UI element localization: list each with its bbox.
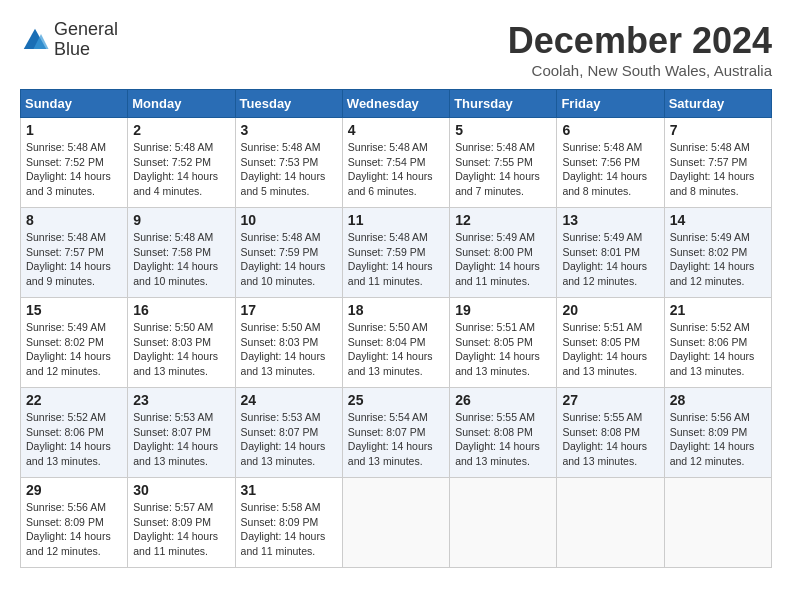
day-of-week-header: Monday — [128, 90, 235, 118]
day-info: Sunrise: 5:48 AMSunset: 7:59 PMDaylight:… — [348, 230, 444, 289]
day-number: 8 — [26, 212, 122, 228]
day-info: Sunrise: 5:48 AMSunset: 7:56 PMDaylight:… — [562, 140, 658, 199]
day-number: 26 — [455, 392, 551, 408]
day-info: Sunrise: 5:49 AMSunset: 8:00 PMDaylight:… — [455, 230, 551, 289]
day-info: Sunrise: 5:49 AMSunset: 8:02 PMDaylight:… — [26, 320, 122, 379]
calendar-cell: 4Sunrise: 5:48 AMSunset: 7:54 PMDaylight… — [342, 118, 449, 208]
day-of-week-header: Saturday — [664, 90, 771, 118]
calendar-week-row: 22Sunrise: 5:52 AMSunset: 8:06 PMDayligh… — [21, 388, 772, 478]
calendar-cell: 5Sunrise: 5:48 AMSunset: 7:55 PMDaylight… — [450, 118, 557, 208]
day-info: Sunrise: 5:52 AMSunset: 8:06 PMDaylight:… — [26, 410, 122, 469]
calendar-cell: 8Sunrise: 5:48 AMSunset: 7:57 PMDaylight… — [21, 208, 128, 298]
day-number: 22 — [26, 392, 122, 408]
day-info: Sunrise: 5:49 AMSunset: 8:01 PMDaylight:… — [562, 230, 658, 289]
calendar-cell: 17Sunrise: 5:50 AMSunset: 8:03 PMDayligh… — [235, 298, 342, 388]
day-of-week-header: Sunday — [21, 90, 128, 118]
day-info: Sunrise: 5:48 AMSunset: 7:52 PMDaylight:… — [133, 140, 229, 199]
day-number: 18 — [348, 302, 444, 318]
day-info: Sunrise: 5:48 AMSunset: 7:59 PMDaylight:… — [241, 230, 337, 289]
day-info: Sunrise: 5:55 AMSunset: 8:08 PMDaylight:… — [562, 410, 658, 469]
calendar-cell: 11Sunrise: 5:48 AMSunset: 7:59 PMDayligh… — [342, 208, 449, 298]
day-info: Sunrise: 5:50 AMSunset: 8:03 PMDaylight:… — [133, 320, 229, 379]
day-info: Sunrise: 5:48 AMSunset: 7:55 PMDaylight:… — [455, 140, 551, 199]
calendar: SundayMondayTuesdayWednesdayThursdayFrid… — [20, 89, 772, 568]
day-info: Sunrise: 5:51 AMSunset: 8:05 PMDaylight:… — [562, 320, 658, 379]
day-number: 19 — [455, 302, 551, 318]
day-number: 10 — [241, 212, 337, 228]
day-of-week-header: Thursday — [450, 90, 557, 118]
day-number: 14 — [670, 212, 766, 228]
day-info: Sunrise: 5:54 AMSunset: 8:07 PMDaylight:… — [348, 410, 444, 469]
day-number: 29 — [26, 482, 122, 498]
day-info: Sunrise: 5:48 AMSunset: 7:57 PMDaylight:… — [26, 230, 122, 289]
day-info: Sunrise: 5:50 AMSunset: 8:04 PMDaylight:… — [348, 320, 444, 379]
day-number: 21 — [670, 302, 766, 318]
calendar-cell: 20Sunrise: 5:51 AMSunset: 8:05 PMDayligh… — [557, 298, 664, 388]
day-info: Sunrise: 5:58 AMSunset: 8:09 PMDaylight:… — [241, 500, 337, 559]
calendar-cell: 15Sunrise: 5:49 AMSunset: 8:02 PMDayligh… — [21, 298, 128, 388]
day-info: Sunrise: 5:48 AMSunset: 7:54 PMDaylight:… — [348, 140, 444, 199]
month-title: December 2024 — [508, 20, 772, 62]
day-number: 31 — [241, 482, 337, 498]
day-info: Sunrise: 5:55 AMSunset: 8:08 PMDaylight:… — [455, 410, 551, 469]
calendar-cell: 25Sunrise: 5:54 AMSunset: 8:07 PMDayligh… — [342, 388, 449, 478]
calendar-cell: 2Sunrise: 5:48 AMSunset: 7:52 PMDaylight… — [128, 118, 235, 208]
calendar-cell: 16Sunrise: 5:50 AMSunset: 8:03 PMDayligh… — [128, 298, 235, 388]
day-number: 11 — [348, 212, 444, 228]
day-info: Sunrise: 5:50 AMSunset: 8:03 PMDaylight:… — [241, 320, 337, 379]
day-number: 12 — [455, 212, 551, 228]
day-number: 27 — [562, 392, 658, 408]
day-number: 28 — [670, 392, 766, 408]
calendar-cell: 22Sunrise: 5:52 AMSunset: 8:06 PMDayligh… — [21, 388, 128, 478]
day-number: 6 — [562, 122, 658, 138]
day-number: 24 — [241, 392, 337, 408]
day-number: 23 — [133, 392, 229, 408]
calendar-cell: 10Sunrise: 5:48 AMSunset: 7:59 PMDayligh… — [235, 208, 342, 298]
day-number: 7 — [670, 122, 766, 138]
calendar-cell: 6Sunrise: 5:48 AMSunset: 7:56 PMDaylight… — [557, 118, 664, 208]
calendar-cell: 9Sunrise: 5:48 AMSunset: 7:58 PMDaylight… — [128, 208, 235, 298]
calendar-cell: 19Sunrise: 5:51 AMSunset: 8:05 PMDayligh… — [450, 298, 557, 388]
day-info: Sunrise: 5:49 AMSunset: 8:02 PMDaylight:… — [670, 230, 766, 289]
day-number: 3 — [241, 122, 337, 138]
day-number: 2 — [133, 122, 229, 138]
calendar-cell: 1Sunrise: 5:48 AMSunset: 7:52 PMDaylight… — [21, 118, 128, 208]
day-info: Sunrise: 5:52 AMSunset: 8:06 PMDaylight:… — [670, 320, 766, 379]
calendar-cell: 18Sunrise: 5:50 AMSunset: 8:04 PMDayligh… — [342, 298, 449, 388]
calendar-cell — [557, 478, 664, 568]
calendar-cell: 31Sunrise: 5:58 AMSunset: 8:09 PMDayligh… — [235, 478, 342, 568]
day-number: 1 — [26, 122, 122, 138]
calendar-week-row: 8Sunrise: 5:48 AMSunset: 7:57 PMDaylight… — [21, 208, 772, 298]
day-number: 5 — [455, 122, 551, 138]
page-header: General Blue December 2024 Coolah, New S… — [20, 20, 772, 79]
day-info: Sunrise: 5:53 AMSunset: 8:07 PMDaylight:… — [241, 410, 337, 469]
calendar-week-row: 29Sunrise: 5:56 AMSunset: 8:09 PMDayligh… — [21, 478, 772, 568]
day-of-week-header: Tuesday — [235, 90, 342, 118]
day-number: 13 — [562, 212, 658, 228]
day-info: Sunrise: 5:56 AMSunset: 8:09 PMDaylight:… — [26, 500, 122, 559]
title-block: December 2024 Coolah, New South Wales, A… — [508, 20, 772, 79]
calendar-cell — [342, 478, 449, 568]
calendar-cell: 7Sunrise: 5:48 AMSunset: 7:57 PMDaylight… — [664, 118, 771, 208]
logo-icon — [20, 25, 50, 55]
day-of-week-header: Friday — [557, 90, 664, 118]
calendar-header-row: SundayMondayTuesdayWednesdayThursdayFrid… — [21, 90, 772, 118]
calendar-cell: 24Sunrise: 5:53 AMSunset: 8:07 PMDayligh… — [235, 388, 342, 478]
day-number: 20 — [562, 302, 658, 318]
calendar-cell — [664, 478, 771, 568]
location: Coolah, New South Wales, Australia — [508, 62, 772, 79]
day-info: Sunrise: 5:57 AMSunset: 8:09 PMDaylight:… — [133, 500, 229, 559]
calendar-cell: 12Sunrise: 5:49 AMSunset: 8:00 PMDayligh… — [450, 208, 557, 298]
day-number: 30 — [133, 482, 229, 498]
calendar-cell: 14Sunrise: 5:49 AMSunset: 8:02 PMDayligh… — [664, 208, 771, 298]
calendar-week-row: 15Sunrise: 5:49 AMSunset: 8:02 PMDayligh… — [21, 298, 772, 388]
calendar-cell: 26Sunrise: 5:55 AMSunset: 8:08 PMDayligh… — [450, 388, 557, 478]
calendar-cell: 30Sunrise: 5:57 AMSunset: 8:09 PMDayligh… — [128, 478, 235, 568]
day-info: Sunrise: 5:53 AMSunset: 8:07 PMDaylight:… — [133, 410, 229, 469]
day-info: Sunrise: 5:48 AMSunset: 7:58 PMDaylight:… — [133, 230, 229, 289]
calendar-cell: 28Sunrise: 5:56 AMSunset: 8:09 PMDayligh… — [664, 388, 771, 478]
day-number: 15 — [26, 302, 122, 318]
calendar-cell: 27Sunrise: 5:55 AMSunset: 8:08 PMDayligh… — [557, 388, 664, 478]
calendar-cell: 23Sunrise: 5:53 AMSunset: 8:07 PMDayligh… — [128, 388, 235, 478]
calendar-cell — [450, 478, 557, 568]
